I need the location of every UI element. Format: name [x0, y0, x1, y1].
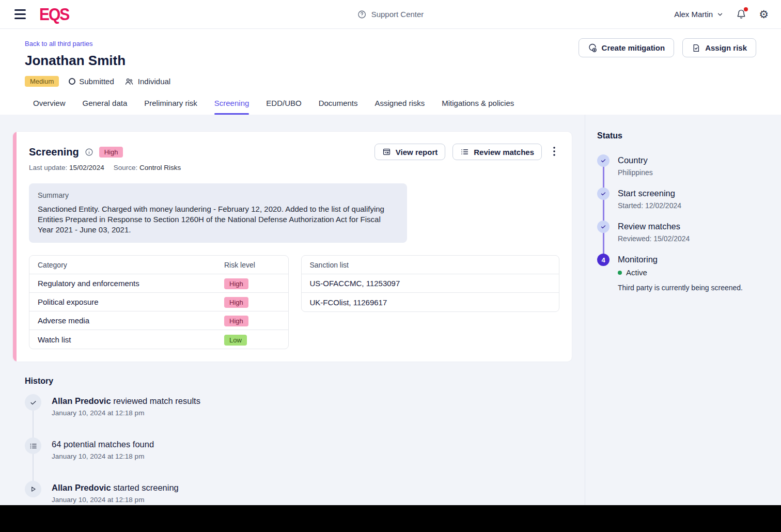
create-mitigation-button[interactable]: Create mitigation: [579, 38, 675, 57]
status-title: Status: [597, 131, 769, 140]
back-link[interactable]: Back to all third parties: [25, 40, 93, 48]
review-matches-label: Review matches: [474, 148, 534, 157]
table-row: Regulatory and enforcements High: [29, 274, 288, 293]
list-item: Allan Predovic started screening January…: [25, 481, 572, 505]
table-row: US-OFACCMC, 11253097: [302, 274, 559, 293]
tab-mitigations-policies[interactable]: Mitigations & policies: [442, 99, 514, 115]
table-row: Political exposure High: [29, 293, 288, 311]
screening-risk-badge: High: [99, 147, 123, 158]
step-subtitle: Reviewed: 15/02/2024: [618, 234, 690, 243]
tab-edd-ubo[interactable]: EDD/UBO: [266, 99, 301, 115]
source-value: Control Risks: [139, 164, 181, 171]
view-report-button[interactable]: View report: [374, 144, 445, 160]
step-subtitle: Philippines: [618, 168, 653, 177]
screening-tables: Category Risk level Regulatory and enfor…: [29, 255, 559, 349]
screening-meta: Last update: 15/02/2024 Source: Control …: [29, 164, 559, 171]
user-name: Alex Martin: [674, 10, 713, 19]
history-item-title: 64 potential matches found: [52, 437, 154, 449]
step-body: Review matches Reviewed: 15/02/2024: [618, 221, 690, 243]
tab-assigned-risks[interactable]: Assigned risks: [375, 99, 425, 115]
tab-general-data[interactable]: General data: [83, 99, 128, 115]
source: Source: Control Risks: [114, 164, 181, 171]
history-item-date: January 10, 2024 at 12:18 pm: [52, 496, 179, 504]
eqs-logo[interactable]: EQS: [39, 5, 69, 24]
report-icon: [382, 148, 391, 156]
category-column-header: Category: [29, 256, 216, 274]
history-item-body: Allan Predovic reviewed match results Ja…: [52, 394, 200, 437]
tab-overview[interactable]: Overview: [33, 99, 66, 115]
screening-title-group: Screening High: [29, 146, 123, 158]
app-root: EQS Support Center Alex Martin: [0, 0, 781, 532]
step-country: Country Philippines: [597, 154, 769, 177]
step-title: Country: [618, 154, 653, 165]
history-item-body: 64 potential matches found January 10, 2…: [52, 437, 154, 481]
summary-text: Sanctioned Entity. Charged with money la…: [38, 204, 395, 235]
create-mitigation-label: Create mitigation: [602, 43, 665, 52]
settings-gear-icon[interactable]: ⚙: [759, 9, 769, 20]
notifications-bell-icon[interactable]: [736, 9, 746, 20]
assign-risk-button[interactable]: Assign risk: [682, 38, 756, 57]
history-item-date: January 10, 2024 at 12:18 pm: [52, 452, 154, 460]
step-body: Start screening Started: 12/02/2024: [618, 187, 681, 210]
actor-name: Allan Predovic: [52, 483, 111, 492]
kebab-menu-icon[interactable]: [549, 145, 559, 160]
history-section: History Allan Predovic reviewed match re…: [25, 377, 572, 505]
step-review-matches: Review matches Reviewed: 15/02/2024: [597, 221, 769, 243]
category-cell: Regulatory and enforcements: [29, 274, 216, 293]
screening-title: Screening: [29, 146, 79, 158]
info-icon[interactable]: [85, 148, 93, 157]
history-item-title: Allan Predovic started screening: [52, 481, 179, 493]
top-bar-left: EQS: [12, 6, 69, 23]
document-check-icon: [692, 43, 700, 53]
history-item-date: January 10, 2024 at 12:18 pm: [52, 409, 200, 417]
page-actions: Create mitigation Assign risk: [579, 38, 756, 57]
menu-icon[interactable]: [12, 7, 28, 21]
risk-badge: High: [224, 278, 248, 289]
bottom-black-bar: [0, 505, 781, 532]
actor-name: Allan Predovic: [52, 396, 111, 405]
category-cell: Watch list: [29, 330, 216, 349]
risk-badge-medium: Medium: [25, 76, 59, 87]
sanction-list-header: Sanction list: [302, 256, 559, 274]
status-badge: Active: [626, 268, 647, 277]
submitted-label: Submitted: [79, 77, 114, 86]
play-icon: [25, 481, 41, 497]
page-header: Back to all third parties Jonathan Smith…: [0, 29, 781, 115]
status-panel: Status Country Philippines: [585, 115, 781, 505]
monitoring-description: Third party is currently being screened.: [618, 284, 743, 292]
review-matches-button[interactable]: Review matches: [452, 144, 542, 160]
step-body: Country Philippines: [618, 154, 653, 177]
tab-preliminary-risk[interactable]: Preliminary risk: [144, 99, 197, 115]
history-item-title: Allan Predovic reviewed match results: [52, 394, 200, 406]
assign-risk-label: Assign risk: [705, 43, 747, 52]
screening-card: Screening High: [12, 131, 572, 362]
status-circle-icon: [69, 78, 75, 85]
list-icon: [460, 148, 469, 156]
last-update-value: 15/02/2024: [69, 164, 104, 171]
tab-bar: Overview General data Preliminary risk S…: [33, 99, 756, 115]
tab-screening[interactable]: Screening: [214, 99, 249, 115]
active-dot-icon: [618, 271, 622, 275]
support-center-label: Support Center: [371, 10, 424, 19]
screening-card-header: Screening High: [29, 144, 559, 160]
step-title: Start screening: [618, 187, 681, 198]
risk-badge: High: [224, 297, 248, 308]
help-icon: [357, 10, 367, 19]
support-center-link[interactable]: Support Center: [357, 10, 424, 19]
step-check-icon: [597, 154, 610, 167]
notification-dot: [744, 7, 748, 11]
step-subtitle: Started: 12/02/2024: [618, 201, 681, 210]
step-number-badge: 4: [597, 254, 610, 266]
content-area: Screening High: [0, 115, 781, 505]
category-cell: Adverse media: [29, 311, 216, 330]
sanction-cell: UK-FCOlist, 11269617: [302, 293, 559, 311]
sanction-cell: US-OFACCMC, 11253097: [302, 274, 559, 293]
main-column: Screening High: [0, 115, 585, 505]
risk-badge: High: [224, 316, 248, 326]
history-timeline: Allan Predovic reviewed match results Ja…: [25, 394, 572, 505]
view-report-label: View report: [396, 148, 438, 157]
user-menu[interactable]: Alex Martin: [674, 10, 724, 19]
check-icon: [25, 394, 41, 411]
risk-level-column-header: Risk level: [216, 256, 288, 274]
tab-documents[interactable]: Documents: [319, 99, 358, 115]
